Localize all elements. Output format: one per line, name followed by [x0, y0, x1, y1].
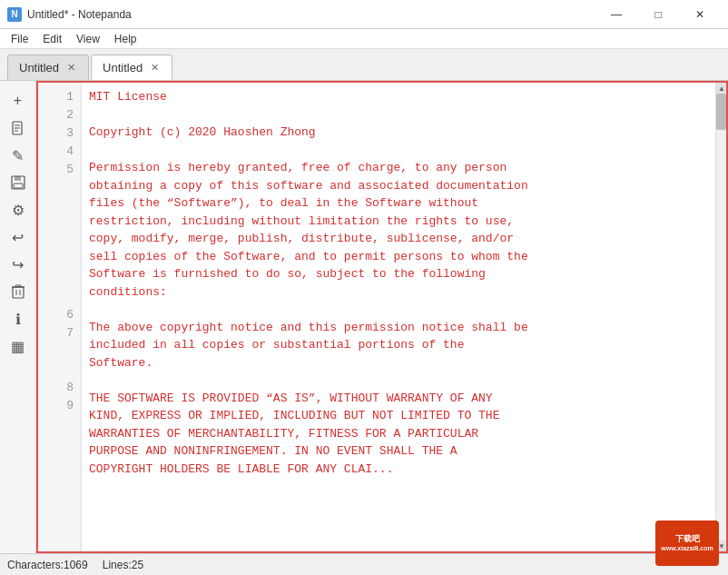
title-bar-controls: — □ ✕ [595, 0, 721, 29]
line-number [38, 451, 74, 470]
watermark: 下载吧 www.xiazai8.com [655, 520, 719, 566]
scroll-track [716, 94, 726, 540]
line-number: 9 [38, 397, 74, 415]
app-icon: N [7, 7, 22, 22]
line-number [38, 215, 74, 233]
minimize-button[interactable]: — [595, 0, 637, 29]
editor-container: 123456789 MIT License Copyright (c) 2020… [36, 81, 728, 553]
info-icon[interactable]: ℹ [5, 306, 31, 332]
menu-help[interactable]: Help [107, 31, 144, 47]
line-number [38, 197, 74, 215]
grid-icon[interactable]: ▦ [5, 333, 31, 359]
menu-bar: File Edit View Help [0, 29, 728, 49]
tab-1[interactable]: Untitled ✕ [7, 55, 89, 80]
line-number: 2 [38, 106, 74, 124]
svg-rect-5 [15, 176, 21, 181]
menu-edit[interactable]: Edit [35, 31, 69, 47]
scroll-up-button[interactable]: ▲ [716, 83, 727, 94]
line-number [38, 288, 74, 306]
close-button[interactable]: ✕ [679, 0, 721, 29]
status-bar: Characters:1069 Lines:25 [0, 553, 728, 575]
svg-rect-7 [13, 287, 24, 298]
character-count: Characters:1069 [7, 559, 88, 571]
line-number: 6 [38, 306, 74, 324]
watermark-url: www.xiazai8.com [661, 544, 713, 552]
tab-2-close[interactable]: ✕ [148, 61, 161, 74]
line-number: 8 [38, 379, 74, 397]
tab-1-label: Untitled [19, 61, 59, 74]
tab-2[interactable]: Untitled ✕ [91, 55, 172, 80]
tab-1-close[interactable]: ✕ [64, 62, 77, 74]
maximize-button[interactable]: □ [637, 0, 679, 29]
line-count: Lines:25 [103, 559, 143, 571]
watermark-line1: 下载吧 [675, 534, 700, 545]
line-number [38, 342, 74, 361]
line-number [38, 433, 74, 451]
settings-icon[interactable]: ⚙ [5, 197, 31, 223]
delete-icon[interactable] [5, 279, 31, 304]
line-number [38, 415, 74, 433]
menu-file[interactable]: File [4, 31, 35, 47]
plus-icon[interactable]: + [5, 88, 31, 114]
line-number: 5 [38, 161, 74, 179]
file-icon[interactable] [5, 115, 31, 141]
line-number [38, 470, 74, 488]
scroll-thumb[interactable] [716, 94, 726, 130]
title-bar-left: N Untitled* - Notepanda [7, 7, 132, 22]
line-numbers: 123456789 [38, 83, 82, 551]
svg-rect-6 [14, 183, 23, 188]
main-area: + ✎ ⚙ ↩ ↪ [0, 81, 728, 553]
undo-icon[interactable]: ↩ [5, 224, 31, 250]
title-bar: N Untitled* - Notepanda — □ ✕ [0, 0, 728, 29]
title-bar-text: Untitled* - Notepanda [27, 8, 132, 21]
redo-icon[interactable]: ↪ [5, 252, 31, 277]
tab-bar: Untitled ✕ Untitled ✕ [0, 49, 728, 81]
line-number [38, 179, 74, 197]
editor-content[interactable]: MIT License Copyright (c) 2020 Haoshen Z… [82, 83, 715, 551]
line-number [38, 361, 74, 379]
tab-2-label: Untitled [103, 61, 143, 74]
line-number: 1 [38, 88, 74, 106]
line-number [38, 270, 74, 288]
scrollbar[interactable]: ▲ ▼ [715, 83, 726, 551]
line-number: 4 [38, 143, 74, 161]
menu-view[interactable]: View [69, 31, 107, 47]
line-number: 7 [38, 324, 74, 342]
line-number [38, 252, 74, 270]
sidebar: + ✎ ⚙ ↩ ↪ [0, 81, 36, 553]
svg-rect-11 [15, 285, 21, 287]
line-number [38, 233, 74, 252]
save-icon[interactable] [5, 170, 31, 195]
edit-icon[interactable]: ✎ [5, 143, 31, 168]
line-number: 3 [38, 124, 74, 143]
